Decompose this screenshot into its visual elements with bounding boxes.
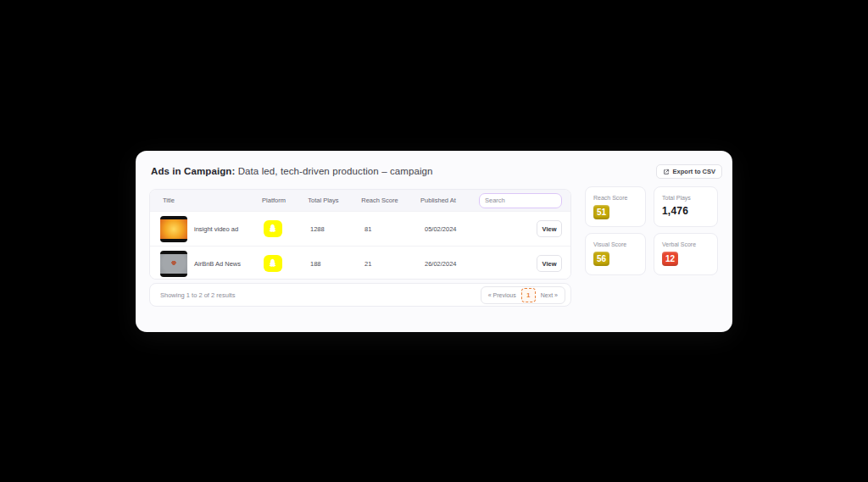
- total-plays-label: Total Plays: [662, 195, 709, 201]
- campaign-name: Data led, tech-driven production – campa…: [238, 166, 433, 176]
- column-header-platform: Platform: [262, 197, 308, 204]
- platform-cell: [264, 220, 310, 237]
- published-at-cell: 26/02/2024: [425, 260, 484, 268]
- ad-thumbnail: [160, 216, 187, 242]
- view-button[interactable]: View: [537, 220, 562, 237]
- total-plays-cell: 188: [310, 260, 364, 268]
- verbal-score-card: Verbal Score 12: [654, 233, 718, 275]
- ads-in-campaign-card: Ads in Campaign: Data led, tech-driven p…: [136, 151, 732, 332]
- current-page-button[interactable]: 1: [521, 288, 536, 302]
- total-plays-card: Total Plays 1,476: [654, 186, 718, 227]
- visual-score-card: Visual Score 56: [585, 233, 646, 275]
- ad-title-cell: insight video ad: [160, 216, 264, 242]
- page-background: { "header": { "title_label": "Ads in Cam…: [0, 0, 868, 482]
- reach-score-cell: 81: [364, 225, 425, 233]
- column-header-published-at: Published At: [420, 197, 479, 204]
- total-plays-value: 1,476: [662, 205, 709, 217]
- ad-thumbnail: [160, 251, 187, 277]
- page-title: Ads in Campaign: Data led, tech-driven p…: [151, 166, 433, 176]
- column-header-reach-score: Reach Score: [361, 197, 420, 204]
- search-input[interactable]: [479, 193, 562, 208]
- results-summary: Showing 1 to 2 of 2 results: [160, 291, 235, 299]
- table-row[interactable]: insight video ad 1288 81 05/02/2024 View: [150, 211, 570, 246]
- column-header-title: Title: [163, 197, 262, 204]
- ad-title: insight video ad: [194, 225, 238, 233]
- reach-score-cell: 21: [364, 260, 425, 268]
- pagination-bar: Showing 1 to 2 of 2 results « Previous 1…: [149, 283, 571, 307]
- ads-table: Title Platform Total Plays Reach Score P…: [149, 189, 571, 280]
- search-container: [479, 193, 562, 208]
- visual-score-badge: 56: [593, 252, 609, 266]
- verbal-score-badge: 12: [662, 252, 678, 266]
- external-link-icon: [663, 169, 670, 175]
- column-header-total-plays: Total Plays: [308, 197, 361, 204]
- visual-score-label: Visual Score: [593, 241, 637, 247]
- reach-score-label: Reach Score: [593, 195, 637, 201]
- snapchat-icon: [264, 255, 282, 272]
- next-page-button[interactable]: Next »: [536, 288, 563, 302]
- previous-page-button[interactable]: « Previous: [483, 288, 521, 302]
- reach-score-card: Reach Score 51: [585, 186, 646, 227]
- page-title-label: Ads in Campaign:: [151, 166, 235, 176]
- published-at-cell: 05/02/2024: [425, 225, 484, 233]
- table-header-row: Title Platform Total Plays Reach Score P…: [150, 190, 570, 211]
- platform-cell: [264, 255, 310, 272]
- export-to-csv-button[interactable]: Export to CSV: [656, 164, 722, 179]
- export-to-csv-label: Export to CSV: [673, 168, 715, 175]
- ad-title-cell: AirBnB Ad News: [160, 251, 264, 277]
- total-plays-cell: 1288: [310, 225, 364, 233]
- snapchat-icon: [264, 220, 282, 237]
- view-button[interactable]: View: [537, 255, 562, 272]
- pager-group: « Previous 1 Next »: [481, 286, 565, 304]
- table-row[interactable]: AirBnB Ad News 188 21 26/02/2024 View: [150, 246, 570, 280]
- verbal-score-label: Verbal Score: [662, 241, 709, 247]
- reach-score-badge: 51: [593, 205, 609, 219]
- ad-title: AirBnB Ad News: [194, 260, 241, 268]
